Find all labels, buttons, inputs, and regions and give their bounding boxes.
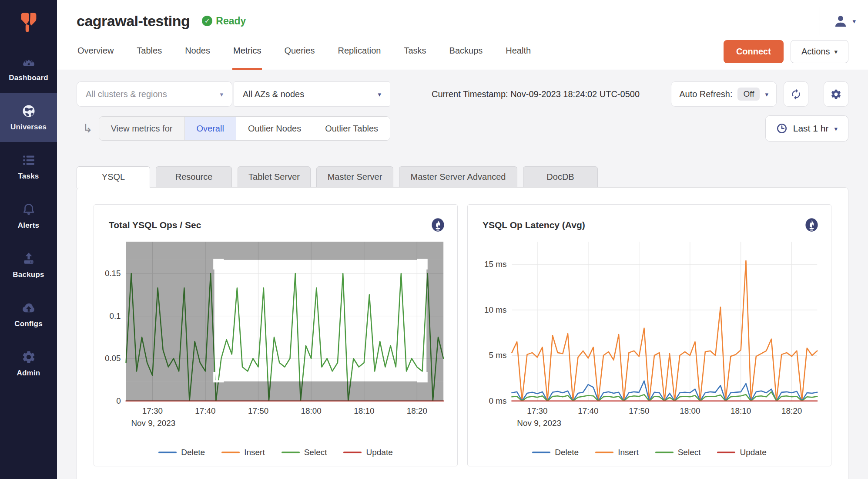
metric-tab-resource[interactable]: Resource (156, 166, 232, 187)
legend-label: Insert (244, 448, 265, 457)
legend-item[interactable]: Insert (221, 448, 265, 457)
time-range-dropdown[interactable]: Last 1 hr ▾ (765, 115, 848, 142)
prometheus-icon[interactable] (430, 217, 446, 233)
view-metrics-outlier-tables[interactable]: Outlier Tables (313, 117, 390, 140)
metrics-settings-button[interactable] (824, 81, 848, 107)
sidebar-item-backups[interactable]: Backups (0, 240, 57, 290)
bell-icon (21, 202, 37, 217)
sidebar-item-alerts[interactable]: Alerts (0, 191, 57, 240)
metric-tab-tablet-server[interactable]: Tablet Server (238, 166, 311, 187)
chart-legend: DeleteInsertSelectUpdate (94, 448, 457, 457)
svg-text:Nov 9, 2023: Nov 9, 2023 (517, 418, 561, 428)
legend-swatch (595, 452, 613, 453)
az-nodes-dropdown[interactable]: All AZs & nodes ▾ (234, 81, 390, 107)
svg-text:Nov 9, 2023: Nov 9, 2023 (131, 418, 175, 428)
sidebar-item-dashboard[interactable]: Dashboard (0, 44, 57, 93)
svg-text:0: 0 (116, 396, 121, 405)
check-icon: ✓ (202, 16, 212, 26)
legend-label: Insert (618, 448, 639, 457)
sidebar-item-configs[interactable]: Configs (0, 290, 57, 339)
svg-text:0.1: 0.1 (109, 311, 121, 320)
legend-item[interactable]: Update (343, 448, 392, 457)
svg-text:10 ms: 10 ms (484, 305, 506, 314)
tab-tables[interactable]: Tables (136, 33, 163, 70)
line-chart[interactable]: 00.050.10.1517:3017:4017:5018:0018:1018:… (94, 236, 457, 441)
view-metrics-outlier-nodes[interactable]: Outlier Nodes (236, 117, 313, 140)
yugabyte-logo[interactable] (0, 0, 57, 44)
tab-metrics[interactable]: Metrics (232, 33, 262, 70)
svg-text:15 ms: 15 ms (484, 260, 506, 269)
svg-text:17:40: 17:40 (195, 406, 215, 415)
clock-icon (776, 123, 788, 134)
svg-text:18:00: 18:00 (680, 406, 700, 415)
clusters-regions-value: All clusters & regions (86, 89, 167, 99)
sidebar-item-label: Admin (17, 369, 40, 378)
task-list-icon (21, 152, 37, 168)
refresh-button[interactable] (784, 81, 808, 107)
sub-level-arrow-icon: ↳ (83, 121, 93, 135)
universe-header: cagrawal-testing ✓ Ready ▾ Overview Tabl… (57, 0, 868, 70)
legend-label: Select (304, 448, 327, 457)
chevron-down-icon: ▾ (834, 125, 838, 132)
legend-swatch (343, 452, 362, 453)
gear-icon (21, 349, 37, 365)
view-metrics-overall[interactable]: Overall (185, 117, 236, 140)
metric-tab-master-server[interactable]: Master Server (316, 166, 393, 187)
svg-text:17:50: 17:50 (629, 406, 649, 415)
tab-health[interactable]: Health (505, 33, 532, 70)
view-metrics-label: View metrics for (99, 117, 185, 140)
sidebar-item-admin[interactable]: Admin (0, 339, 57, 388)
tab-queries[interactable]: Queries (283, 33, 315, 70)
tab-nodes[interactable]: Nodes (184, 33, 211, 70)
gear-icon (830, 88, 842, 100)
globe-icon (21, 103, 37, 119)
tab-backups[interactable]: Backups (449, 33, 484, 70)
auto-refresh-dropdown[interactable]: Auto Refresh: Off ▾ (671, 81, 777, 107)
chart-card-total-ysql-ops: Total YSQL Ops / Sec 00.050.10.1517:3017… (94, 204, 458, 466)
legend-item[interactable]: Insert (595, 448, 639, 457)
cloud-upload-icon (21, 300, 37, 316)
user-menu[interactable]: ▾ (820, 7, 856, 35)
metrics-panel: Total YSQL Ops / Sec 00.050.10.1517:3017… (77, 187, 848, 479)
metric-tab-ysql[interactable]: YSQL (77, 166, 150, 188)
chart-legend: DeleteInsertSelectUpdate (468, 448, 831, 457)
sidebar-item-tasks[interactable]: Tasks (0, 142, 57, 191)
svg-text:0.05: 0.05 (105, 354, 121, 363)
sidebar-item-universes[interactable]: Universes (0, 93, 57, 142)
legend-swatch (655, 452, 674, 453)
legend-swatch (282, 452, 300, 453)
line-chart[interactable]: 0 ms5 ms10 ms15 ms17:3017:4017:5018:0018… (468, 236, 831, 441)
legend-item[interactable]: Delete (158, 448, 205, 457)
legend-item[interactable]: Delete (532, 448, 579, 457)
svg-text:18:20: 18:20 (407, 406, 427, 415)
svg-text:17:30: 17:30 (527, 406, 547, 415)
svg-text:0.15: 0.15 (105, 269, 121, 278)
chevron-down-icon: ▾ (834, 48, 838, 55)
legend-item[interactable]: Select (655, 448, 701, 457)
metric-tab-master-server-advanced[interactable]: Master Server Advanced (399, 166, 517, 187)
actions-button[interactable]: Actions ▾ (791, 40, 848, 63)
tab-overview[interactable]: Overview (77, 33, 114, 70)
legend-item[interactable]: Update (717, 448, 766, 457)
chevron-down-icon: ▾ (378, 91, 381, 98)
clusters-regions-dropdown[interactable]: All clusters & regions ▾ (77, 81, 232, 107)
user-avatar-icon (833, 13, 848, 28)
universe-tabs: Overview Tables Nodes Metrics Queries Re… (77, 33, 532, 70)
auto-refresh-value: Off (737, 88, 760, 101)
legend-swatch (532, 452, 550, 453)
svg-text:17:30: 17:30 (142, 406, 163, 415)
tab-tasks[interactable]: Tasks (403, 33, 427, 70)
time-range-value: Last 1 hr (793, 123, 829, 134)
chevron-down-icon: ▾ (765, 91, 768, 98)
metric-tab-docdb[interactable]: DocDB (523, 166, 598, 187)
legend-item[interactable]: Select (282, 448, 327, 457)
connect-button[interactable]: Connect (724, 40, 784, 63)
tab-replication[interactable]: Replication (337, 33, 382, 70)
svg-text:17:40: 17:40 (578, 406, 598, 415)
svg-text:18:20: 18:20 (781, 406, 802, 415)
prometheus-icon[interactable] (804, 217, 820, 233)
sidebar: Dashboard Universes Tasks (0, 0, 57, 479)
metric-category-tabs: YSQL Resource Tablet Server Master Serve… (57, 166, 868, 187)
auto-refresh-label: Auto Refresh: (679, 89, 732, 99)
legend-swatch (717, 452, 735, 453)
